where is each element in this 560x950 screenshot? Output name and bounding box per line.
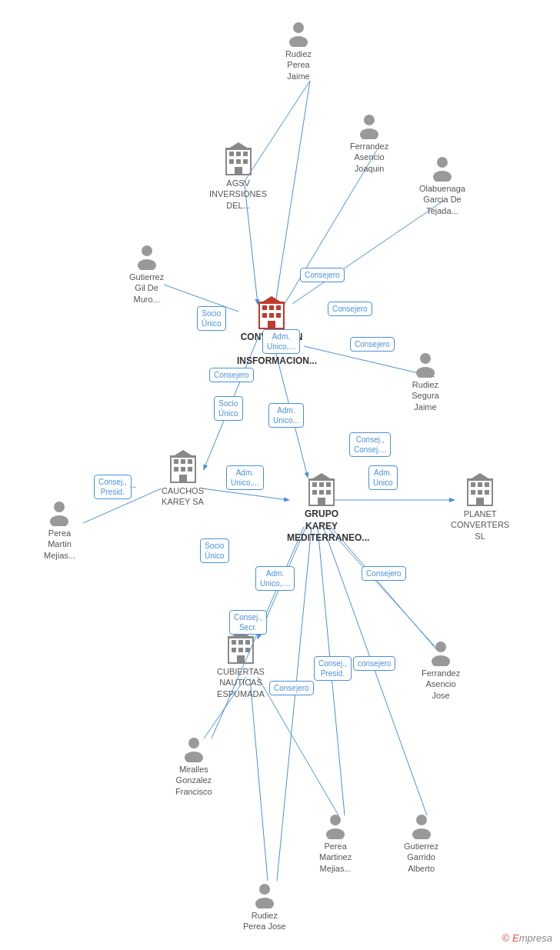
badge-consej-presid-1: Consej.,Presid. [94,475,132,499]
svg-rect-44 [269,313,274,318]
svg-rect-80 [232,640,236,645]
svg-rect-42 [276,305,281,310]
svg-rect-83 [232,648,236,652]
badge-consejero-6: consejero [353,656,395,671]
svg-rect-68 [318,498,325,505]
svg-point-60 [50,515,68,526]
svg-rect-66 [319,490,324,495]
svg-rect-30 [236,152,241,156]
svg-rect-85 [245,648,250,652]
node-label: GRUPOKAREYMEDITERRANEO... [287,508,356,545]
svg-rect-46 [268,321,275,328]
badge-consejero-4: Consejero [209,368,254,382]
node-rudiez-perea-jaime-top: RudiezPereaJaime [285,19,312,82]
building-icon [225,142,252,176]
svg-rect-43 [262,313,267,318]
svg-rect-40 [262,305,267,310]
svg-rect-76 [485,490,489,495]
svg-point-48 [420,353,431,364]
svg-rect-64 [326,482,331,487]
svg-line-10 [202,488,288,500]
node-cubiertas-nauticas: CUBIERTASNAUTICASESPUMADA [217,631,265,699]
node-ferrandez-asencio-joaquin: FerrandezAsencioJoaquin [350,112,388,174]
svg-rect-29 [229,152,234,156]
svg-rect-77 [476,498,484,505]
svg-point-37 [142,245,152,256]
svg-rect-86 [237,655,245,663]
arrow-right-1: → [128,482,138,492]
building-icon [466,473,494,507]
svg-rect-45 [276,313,281,318]
node-label: FerrandezAsencioJoaquin [350,141,388,174]
person-icon [412,350,439,378]
svg-rect-57 [179,475,187,482]
svg-point-95 [412,828,431,839]
node-cauchos-karey: CAUCHOSKAREY SA [162,450,204,508]
watermark-text-2: mpresa [519,932,552,944]
svg-marker-58 [171,450,195,458]
svg-point-59 [54,502,65,512]
badge-adm-unico-1: Adm.Unico,... [262,329,300,354]
svg-rect-62 [312,482,317,487]
svg-rect-63 [319,482,324,487]
node-rudiez-segura-jaime: RudiezSeguraJaime [412,350,439,412]
node-rudiez-perea-jose: RudiezPerea Jose [243,881,286,932]
node-miralles-gonzalez: MirallesGonzalezFrancisco [175,735,212,797]
svg-rect-84 [238,648,243,652]
svg-rect-52 [181,459,185,464]
svg-rect-72 [478,482,482,487]
badge-socio-unico-3: SocioÚnico [200,538,229,563]
svg-marker-47 [259,296,284,304]
badge-consejero-7: Consejero [269,681,314,695]
svg-point-24 [364,115,375,125]
svg-point-49 [416,367,435,378]
building-icon-red [258,296,285,330]
person-icon [428,154,456,182]
person-icon [180,735,208,762]
svg-point-91 [185,752,203,762]
svg-point-22 [293,22,304,33]
node-label: PereaMartinMejias... [44,528,75,561]
svg-rect-41 [269,305,274,310]
building-icon [227,631,255,665]
svg-point-93 [326,828,345,839]
node-label: FerrandezAsencioJose [422,668,460,701]
badge-socio-unico-1: SocioÚnico [197,306,226,331]
node-perea-martinez-mejias: PereaMartinezMejias... [319,812,352,874]
svg-line-19 [258,677,338,815]
diagram-canvas: RudiezPereaJaime FerrandezAsencioJoaquin… [0,0,560,950]
node-gutierrez-gil: GutierrezGil DeMuro... [129,242,164,305]
node-label: PLANETCONVERTERSSL [451,508,509,542]
svg-point-88 [435,642,446,652]
svg-point-97 [255,898,274,908]
svg-point-90 [188,738,199,748]
person-icon [133,242,161,270]
badge-consejero-1: Consejero [300,268,345,282]
building-icon [308,473,335,507]
node-label: PereaMartinezMejias... [319,841,352,874]
node-ferrandez-asencio-jose: FerrandezAsencioJose [422,638,460,701]
person-icon [427,638,455,666]
node-olabuenaga-garcia: OlabuenagaGarcia DeTejada... [419,154,465,216]
svg-rect-71 [471,482,475,487]
node-label: GutierrezGarridoAlberto [404,841,438,874]
svg-point-26 [437,157,448,168]
badge-adm-unico-4: Adm.Unico [368,465,398,490]
node-label: RudiezSeguraJaime [412,379,438,412]
svg-rect-32 [229,159,234,164]
node-label: OlabuenagaGarcia DeTejada... [419,183,465,216]
badge-consejero-2: Consejero [328,302,372,316]
person-icon [45,498,73,526]
svg-point-23 [289,36,308,47]
person-icon [285,19,312,47]
node-gutierrez-garrido: GutierrezGarridoAlberto [404,812,438,874]
building-icon [169,450,197,484]
person-icon [355,112,383,139]
person-icon [408,812,435,839]
node-label: AGSVINVERSIONESDEL... [209,178,267,211]
svg-rect-33 [236,159,241,164]
watermark: © Empresa [502,932,552,944]
node-planet-converters: PLANETCONVERTERSSL [451,473,509,542]
svg-line-21 [331,527,437,650]
watermark-copyright: © [502,932,510,944]
